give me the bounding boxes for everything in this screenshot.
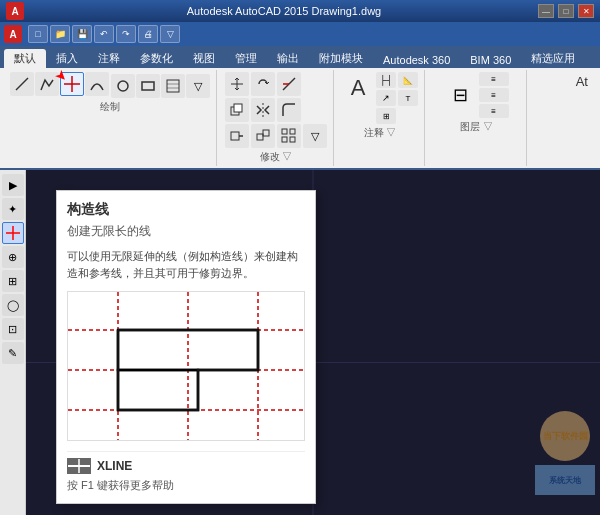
- svg-rect-20: [290, 137, 295, 142]
- select-tool[interactable]: ▶: [2, 174, 24, 196]
- modify-panel: ▽ 修改 ▽: [219, 70, 334, 166]
- pencil-tool[interactable]: ✎: [2, 342, 24, 364]
- title-controls: — □ ✕: [538, 4, 594, 18]
- tooltip-popup: 构造线 创建无限长的线 可以使用无限延伸的线（例如构造线）来创建构造和参考线，并…: [56, 190, 316, 504]
- measure-tool[interactable]: ⊞: [2, 270, 24, 292]
- linear-dim-tool[interactable]: ├┤: [376, 72, 396, 88]
- at-text-area: At: [529, 70, 596, 166]
- svg-rect-17: [282, 129, 287, 134]
- svg-rect-16: [263, 130, 269, 136]
- svg-rect-18: [290, 129, 295, 134]
- close-button[interactable]: ✕: [578, 4, 594, 18]
- watermark-rect: 系统天地: [535, 465, 595, 495]
- tab-parametric[interactable]: 参数化: [130, 49, 183, 68]
- pan-tool[interactable]: ✦: [2, 198, 24, 220]
- rect-tool[interactable]: [136, 74, 160, 98]
- osnap-tool[interactable]: ◯: [2, 294, 24, 316]
- ribbon-tabs: 默认 插入 注释 参数化 视图 管理 输出 附加模块 Autodesk 360 …: [0, 46, 600, 68]
- zoom-tool[interactable]: ⊕: [2, 246, 24, 268]
- layers-panel: ⊟ ≡ ≡ ≡ 图层 ▽: [427, 70, 527, 166]
- layers-panel-label: 图层 ▽: [460, 120, 493, 134]
- tab-adsk360[interactable]: Autodesk 360: [373, 52, 460, 68]
- svg-rect-5: [167, 80, 179, 92]
- annotation-panel: A ├┤ ↗ ⊞ 📐 T 注释 ▽: [336, 70, 425, 166]
- modify-panel-label: 修改 ▽: [260, 150, 293, 164]
- properties-tool[interactable]: ⊡: [2, 318, 24, 340]
- new-button[interactable]: □: [28, 25, 48, 43]
- draw-icons: ➤ ▽: [10, 72, 210, 98]
- tooltip-footer: XLINE: [67, 451, 305, 474]
- scale-tool[interactable]: [251, 124, 275, 148]
- svg-rect-13: [231, 132, 239, 140]
- watermark-circle: 当下软件园: [540, 411, 590, 461]
- app-logo: A: [6, 2, 24, 20]
- tab-bim360[interactable]: BIM 360: [460, 52, 521, 68]
- circle-tool[interactable]: [111, 74, 135, 98]
- title-bar: A Autodesk AutoCAD 2015 Drawing1.dwg — □…: [0, 0, 600, 22]
- watermark-area: 当下软件园 系统天地: [535, 411, 595, 495]
- fillet-tool[interactable]: [277, 98, 301, 122]
- svg-rect-19: [282, 137, 287, 142]
- text-style-tool[interactable]: T: [398, 90, 418, 106]
- stretch-tool[interactable]: [225, 124, 249, 148]
- maximize-button[interactable]: □: [558, 4, 574, 18]
- tab-view[interactable]: 视图: [183, 49, 225, 68]
- quick-access-toolbar: A □ 📁 💾 ↶ ↷ 🖨 ▽: [0, 22, 600, 46]
- svg-rect-4: [142, 82, 154, 90]
- undo-button[interactable]: ↶: [94, 25, 114, 43]
- open-button[interactable]: 📁: [50, 25, 70, 43]
- tooltip-diagram: [67, 291, 305, 441]
- tab-insert[interactable]: 插入: [46, 49, 88, 68]
- tab-manage[interactable]: 管理: [225, 49, 267, 68]
- tooltip-title: 构造线: [67, 201, 305, 219]
- tab-featured[interactable]: 精选应用: [521, 49, 585, 68]
- hatch-tool[interactable]: [161, 74, 185, 98]
- draw-panel: ➤ ▽ 绘制: [4, 70, 217, 166]
- tooltip-command-area: XLINE: [97, 459, 132, 473]
- text-tool[interactable]: A: [342, 72, 374, 104]
- more-modify-button[interactable]: ▽: [303, 124, 327, 148]
- array-tool[interactable]: [277, 124, 301, 148]
- layer-btn3[interactable]: ≡: [479, 104, 509, 118]
- move-tool[interactable]: [225, 72, 249, 96]
- layer-btn1[interactable]: ≡: [479, 72, 509, 86]
- more-draw-button[interactable]: ▽: [186, 74, 210, 98]
- layer-properties-tool[interactable]: ⊟: [445, 79, 477, 111]
- main-area: ▶ ✦ ⊕ ⊞ ◯ ⊡ ✎ 构造线 创建无限长的线 可以使用无限延伸的线（例如构…: [0, 170, 600, 515]
- mirror-tool[interactable]: [251, 98, 275, 122]
- svg-rect-11: [234, 104, 242, 112]
- dim-style-tool[interactable]: 📐: [398, 72, 418, 88]
- table-tool[interactable]: ⊞: [376, 108, 396, 124]
- arc-tool[interactable]: [85, 72, 109, 96]
- dropdown-button[interactable]: ▽: [160, 25, 180, 43]
- xline-tool[interactable]: ➤: [60, 72, 84, 96]
- canvas-area[interactable]: 构造线 创建无限长的线 可以使用无限延伸的线（例如构造线）来创建构造和参考线，并…: [26, 170, 600, 515]
- at-label: At: [576, 74, 588, 89]
- tab-addons[interactable]: 附加模块: [309, 49, 373, 68]
- tooltip-subtitle: 创建无限长的线: [67, 223, 305, 240]
- polyline-tool[interactable]: [35, 72, 59, 96]
- plot-button[interactable]: 🖨: [138, 25, 158, 43]
- svg-rect-15: [257, 134, 263, 140]
- copy-tool[interactable]: [225, 98, 249, 122]
- line-tool[interactable]: [10, 72, 34, 96]
- tooltip-command: XLINE: [97, 459, 132, 473]
- xline-left-btn[interactable]: [2, 222, 24, 244]
- tab-output[interactable]: 输出: [267, 49, 309, 68]
- tab-default[interactable]: 默认: [4, 49, 46, 68]
- autocad-icon[interactable]: A: [4, 25, 22, 43]
- redo-button[interactable]: ↷: [116, 25, 136, 43]
- annotation-panel-label: 注释 ▽: [364, 126, 397, 140]
- svg-line-0: [16, 78, 28, 90]
- ribbon-panels: ➤ ▽ 绘制: [0, 68, 600, 170]
- leader-tool[interactable]: ↗: [376, 90, 396, 106]
- save-button[interactable]: 💾: [72, 25, 92, 43]
- trim-tool[interactable]: [277, 72, 301, 96]
- draw-panel-label: 绘制: [100, 100, 120, 114]
- tab-annotate[interactable]: 注释: [88, 49, 130, 68]
- tooltip-desc: 可以使用无限延伸的线（例如构造线）来创建构造和参考线，并且其可用于修剪边界。: [67, 248, 305, 281]
- title-text: Autodesk AutoCAD 2015 Drawing1.dwg: [30, 5, 538, 17]
- minimize-button[interactable]: —: [538, 4, 554, 18]
- rotate-tool[interactable]: [251, 72, 275, 96]
- layer-btn2[interactable]: ≡: [479, 88, 509, 102]
